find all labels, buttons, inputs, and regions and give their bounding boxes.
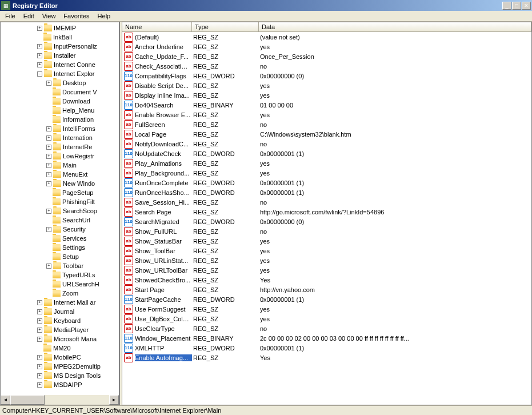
tree-item[interactable]: Zoom [1, 289, 119, 298]
expand-icon[interactable]: + [46, 135, 51, 141]
tree-item[interactable]: +Keyboard [1, 316, 119, 325]
value-row[interactable]: abShow_FullURLREG_SZno [122, 226, 531, 236]
expand-icon[interactable]: + [46, 154, 51, 159]
expand-icon[interactable]: + [46, 145, 51, 150]
value-row[interactable]: abCheck_AssociationsREG_SZno [122, 61, 531, 71]
value-row[interactable]: abShow_URLToolBarREG_SZyes [122, 265, 531, 275]
tree-item[interactable]: Settings [1, 243, 119, 252]
tree-item[interactable]: Information [1, 115, 119, 124]
tree-item[interactable]: +MenuExt [1, 170, 119, 179]
tree-item[interactable]: +Toolbar [1, 261, 119, 270]
value-row[interactable]: abEnable AutoImag...REG_SZYes [122, 353, 531, 362]
value-row[interactable]: abPlay_AnimationsREG_SZyes [122, 158, 531, 168]
tree-item[interactable]: +IMEMIP [1, 23, 119, 33]
tree-item[interactable]: +MediaPlayer [1, 325, 119, 334]
expand-icon[interactable]: + [46, 227, 51, 232]
tree-item[interactable]: +InputPersonaliz [1, 42, 119, 51]
tree-item[interactable]: +MS Design Tools [1, 371, 119, 380]
titlebar[interactable]: ▦ Registry Editor _ □ ✕ [0, 0, 532, 11]
tree-item[interactable]: Download [1, 97, 119, 106]
value-row[interactable]: abCache_Update_F...REG_SZOnce_Per_Sessio… [122, 51, 531, 61]
expand-icon[interactable]: + [37, 318, 42, 324]
list-body[interactable]: ab(Default)REG_SZ(value not set)abAnchor… [122, 32, 531, 405]
value-row[interactable]: abUseClearTypeREG_SZno [122, 324, 531, 333]
value-row[interactable]: 110SearchMigratedREG_DWORD0x00000000 (0) [122, 217, 531, 226]
expand-icon[interactable]: + [37, 364, 42, 369]
collapse-icon[interactable]: - [37, 71, 42, 77]
minimize-button[interactable]: _ [502, 2, 511, 10]
expand-icon[interactable]: + [46, 126, 51, 131]
tree-item[interactable]: +MSDAIPP [1, 380, 119, 389]
tree-item[interactable]: InkBall [1, 33, 119, 42]
tree-item[interactable]: MM20 [1, 344, 119, 353]
tree-item[interactable]: +Microsoft Mana [1, 334, 119, 344]
menu-file[interactable]: File [1, 11, 19, 21]
expand-icon[interactable]: + [46, 209, 51, 214]
expand-icon[interactable]: + [37, 337, 42, 342]
tree-item[interactable]: SearchUrl [1, 216, 119, 225]
scroll-thumb[interactable] [10, 395, 45, 405]
tree-item[interactable]: Help_Menu [1, 106, 119, 115]
scroll-left-button[interactable]: ◄ [1, 395, 10, 405]
expand-icon[interactable]: + [37, 44, 42, 49]
tree-item[interactable]: URLSearchH [1, 280, 119, 289]
value-row[interactable]: abSearch PageREG_SZhttp://go.microsoft.c… [122, 207, 531, 217]
expand-icon[interactable]: + [37, 355, 42, 360]
tree-hscrollbar[interactable]: ◄ ► [1, 395, 119, 405]
value-row[interactable]: 110RunOnceCompleteREG_DWORD0x00000001 (1… [122, 178, 531, 187]
value-row[interactable]: abAnchor UnderlineREG_SZyes [122, 42, 531, 51]
tree-item[interactable]: +Internation [1, 133, 119, 142]
expand-icon[interactable]: + [46, 81, 51, 86]
value-row[interactable]: abStart PageREG_SZhttp://vn.yahoo.com [122, 285, 531, 294]
tree-item[interactable]: +InternetRe [1, 142, 119, 151]
tree-item[interactable]: +Security [1, 225, 119, 234]
value-row[interactable]: abShow_StatusBarREG_SZyes [122, 236, 531, 246]
expand-icon[interactable]: + [37, 373, 42, 378]
expand-icon[interactable]: + [37, 300, 42, 305]
expand-icon[interactable]: + [37, 309, 42, 314]
tree-item[interactable]: Document V [1, 87, 119, 97]
value-row[interactable]: abShow_URLinStat...REG_SZyes [122, 256, 531, 265]
tree-item[interactable]: TypedURLs [1, 270, 119, 280]
tree-item[interactable]: PageSetup [1, 188, 119, 197]
value-row[interactable]: 110RunOnceHasShownREG_DWORD0x00000001 (1… [122, 187, 531, 197]
expand-icon[interactable]: + [46, 163, 51, 168]
tree-item[interactable]: +Internet Mail ar [1, 298, 119, 307]
value-row[interactable]: abPlay_Background...REG_SZyes [122, 168, 531, 178]
value-row[interactable]: abShow_ToolBarREG_SZyes [122, 246, 531, 256]
value-row[interactable]: abSave_Session_Hi...REG_SZno [122, 197, 531, 207]
value-row[interactable]: abNotifyDownloadC...REG_SZno [122, 139, 531, 149]
tree-item[interactable]: +Installer [1, 51, 119, 60]
tree-item[interactable]: PhishingFilt [1, 197, 119, 206]
tree-item[interactable]: Setup [1, 252, 119, 261]
value-row[interactable]: 110Do404SearchREG_BINARY01 00 00 00 [122, 100, 531, 110]
value-row[interactable]: abEnable Browser E...REG_SZyes [122, 110, 531, 119]
expand-icon[interactable]: + [46, 172, 51, 177]
value-row[interactable]: abDisplay Inline Ima...REG_SZyes [122, 90, 531, 100]
expand-icon[interactable]: + [37, 382, 42, 388]
tree-item[interactable]: +Internet Conne [1, 60, 119, 69]
maximize-button[interactable]: □ [512, 2, 521, 10]
value-row[interactable]: abDisable Script De...REG_SZyes [122, 81, 531, 90]
expand-icon[interactable]: + [37, 26, 42, 31]
expand-icon[interactable]: + [46, 264, 51, 269]
tree-item[interactable]: Services [1, 234, 119, 243]
column-type[interactable]: Type [192, 22, 259, 31]
tree-item[interactable]: +MPEG2Demultip [1, 362, 119, 371]
tree-item[interactable]: -Internet Explor [1, 69, 119, 78]
value-row[interactable]: abFullScreenREG_SZno [122, 119, 531, 129]
scroll-right-button[interactable]: ► [109, 395, 119, 405]
expand-icon[interactable]: + [37, 62, 42, 67]
tree-item[interactable]: +LowRegistr [1, 151, 119, 161]
expand-icon[interactable]: + [46, 181, 51, 186]
tree-item[interactable]: +SearchScop [1, 206, 119, 216]
close-button[interactable]: ✕ [522, 2, 531, 10]
value-row[interactable]: ab(Default)REG_SZ(value not set) [122, 32, 531, 42]
value-row[interactable]: abShowedCheckBro...REG_SZYes [122, 275, 531, 285]
value-row[interactable]: 110Window_PlacementREG_BINARY2c 00 00 00… [122, 333, 531, 343]
column-data[interactable]: Data [259, 22, 531, 31]
tree-item[interactable]: +Main [1, 161, 119, 170]
value-row[interactable]: abLocal PageREG_SZC:\Windows\system32\bl… [122, 129, 531, 139]
expand-icon[interactable]: + [37, 53, 42, 58]
menu-edit[interactable]: Edit [19, 11, 38, 21]
